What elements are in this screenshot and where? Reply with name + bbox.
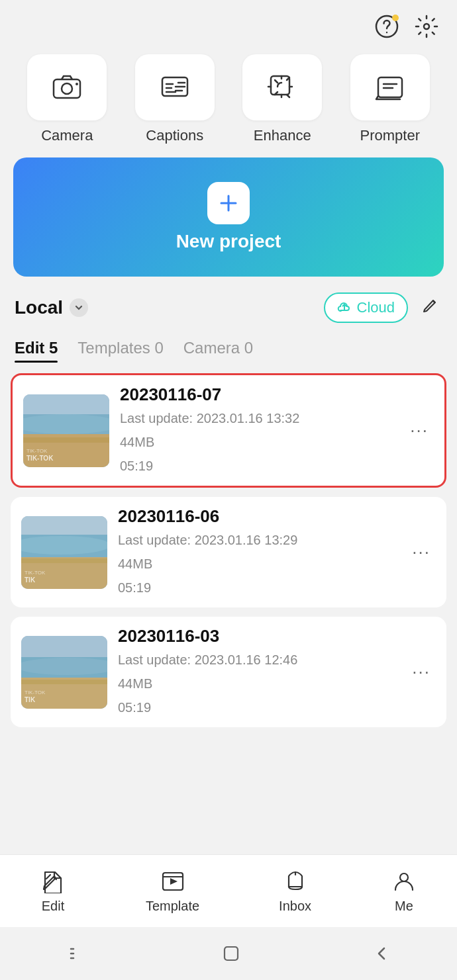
new-project-label: New project	[176, 231, 281, 252]
local-left: Local	[15, 297, 88, 318]
project-duration: 05:19	[118, 577, 396, 598]
project-size: 44MB	[118, 673, 396, 694]
tab-camera-label: Camera	[183, 339, 244, 357]
captions-action[interactable]: Captions	[135, 54, 215, 144]
cloud-button[interactable]: Cloud	[324, 292, 408, 323]
nav-me-label: Me	[395, 899, 413, 914]
project-more-button[interactable]: ···	[407, 537, 436, 568]
tab-templates-count: 0	[154, 339, 163, 357]
project-info: 20230116-07 Last update: 2023.01.16 13:3…	[120, 384, 394, 476]
camera-action[interactable]: Camera	[27, 54, 107, 144]
svg-rect-20	[21, 558, 107, 563]
nav-inbox[interactable]: Inbox	[266, 863, 325, 919]
project-item[interactable]: TIK-TOK TIK-TOK 20230116-07 Last update:…	[11, 373, 446, 488]
svg-marker-31	[170, 878, 178, 885]
svg-point-19	[21, 536, 107, 555]
project-info: 20230116-03 Last update: 2023.01.16 12:4…	[118, 626, 396, 718]
edit-mode-button[interactable]	[419, 294, 442, 321]
enhance-label: Enhance	[254, 127, 311, 144]
captions-label: Captions	[146, 127, 203, 144]
nav-edit-label: Edit	[42, 899, 64, 914]
prompter-action-box	[350, 54, 430, 120]
svg-rect-3	[54, 79, 80, 98]
tab-edit-label: Edit	[15, 339, 49, 357]
svg-point-5	[76, 83, 78, 85]
project-name: 20230116-03	[118, 626, 396, 646]
quick-actions: Camera Captions Enhance	[0, 48, 457, 157]
svg-text:TIK-TOK: TIK-TOK	[26, 448, 48, 454]
project-info: 20230116-06 Last update: 2023.01.16 13:2…	[118, 506, 396, 598]
tab-edit[interactable]: Edit 5	[15, 334, 58, 363]
project-size: 44MB	[120, 431, 394, 453]
project-tabs: Edit 5 Templates 0 Camera 0	[0, 334, 457, 363]
local-header: Local Cloud	[0, 292, 457, 334]
svg-text:TIK-TOK: TIK-TOK	[25, 570, 46, 576]
prompter-label: Prompter	[360, 127, 420, 144]
project-last-update: Last update: 2023.01.16 13:29	[118, 529, 396, 551]
me-nav-icon	[391, 868, 417, 895]
camera-label: Camera	[41, 127, 93, 144]
cloud-label: Cloud	[357, 299, 395, 316]
tab-camera[interactable]: Camera 0	[183, 334, 253, 363]
svg-text:TIK: TIK	[25, 696, 36, 703]
nav-edit[interactable]: Edit	[26, 863, 79, 919]
nav-template-label: Template	[146, 899, 199, 914]
tab-edit-count: 5	[49, 339, 58, 357]
svg-rect-27	[21, 680, 107, 684]
svg-text:TIK-TOK: TIK-TOK	[26, 455, 54, 462]
svg-rect-7	[271, 76, 289, 95]
local-dropdown-button[interactable]	[70, 298, 88, 317]
camera-action-box	[27, 54, 107, 120]
sys-nav-back[interactable]	[375, 944, 389, 963]
tab-templates[interactable]: Templates 0	[77, 334, 163, 363]
project-more-button[interactable]: ···	[407, 656, 436, 688]
local-title: Local	[15, 297, 63, 318]
bottom-nav: Edit Template Inbox Me	[0, 854, 457, 927]
nav-me[interactable]: Me	[378, 863, 431, 919]
project-item[interactable]: TIK TIK-TOK 20230116-03 Last update: 202…	[11, 617, 446, 727]
project-thumbnail: TIK-TOK TIK-TOK	[23, 394, 109, 467]
project-duration: 05:19	[120, 455, 394, 476]
new-project-plus-icon	[207, 182, 250, 224]
project-last-update: Last update: 2023.01.16 13:32	[120, 408, 394, 429]
svg-point-12	[23, 414, 109, 434]
prompter-action[interactable]: Prompter	[350, 54, 430, 144]
sys-nav-lines[interactable]	[68, 946, 87, 961]
header	[0, 0, 457, 48]
edit-nav-icon	[40, 868, 66, 895]
enhance-action[interactable]: Enhance	[242, 54, 322, 144]
nav-inbox-label: Inbox	[279, 899, 311, 914]
svg-text:TIK: TIK	[25, 576, 36, 584]
project-thumbnail: TIK TIK-TOK	[21, 516, 107, 589]
project-thumbnail: TIK TIK-TOK	[21, 636, 107, 709]
project-name: 20230116-06	[118, 506, 396, 527]
project-size: 44MB	[118, 553, 396, 574]
enhance-action-box	[242, 54, 322, 120]
svg-rect-13	[23, 437, 109, 443]
inbox-nav-icon	[282, 868, 309, 895]
captions-action-box	[135, 54, 215, 120]
local-right: Cloud	[324, 292, 442, 323]
system-nav-bar	[0, 927, 457, 980]
template-nav-icon	[160, 868, 186, 895]
sys-nav-circle[interactable]	[222, 944, 240, 963]
help-icon-button[interactable]	[372, 12, 401, 41]
svg-point-4	[62, 83, 72, 94]
tab-templates-label: Templates	[77, 339, 154, 357]
project-name: 20230116-07	[120, 384, 394, 405]
settings-icon-button[interactable]	[412, 12, 441, 41]
svg-point-2	[424, 24, 429, 29]
project-list: TIK-TOK TIK-TOK 20230116-07 Last update:…	[0, 373, 457, 735]
project-item[interactable]: TIK TIK-TOK 20230116-06 Last update: 202…	[11, 497, 446, 607]
new-project-button[interactable]: New project	[13, 157, 444, 277]
project-last-update: Last update: 2023.01.16 12:46	[118, 649, 396, 670]
svg-text:TIK-TOK: TIK-TOK	[25, 690, 46, 695]
svg-point-26	[21, 658, 107, 675]
project-more-button[interactable]: ···	[405, 415, 434, 446]
tab-camera-count: 0	[244, 339, 253, 357]
project-duration: 05:19	[118, 697, 396, 718]
svg-point-32	[400, 873, 408, 881]
nav-template[interactable]: Template	[132, 863, 213, 919]
svg-rect-33	[225, 947, 238, 960]
svg-point-1	[386, 32, 387, 33]
